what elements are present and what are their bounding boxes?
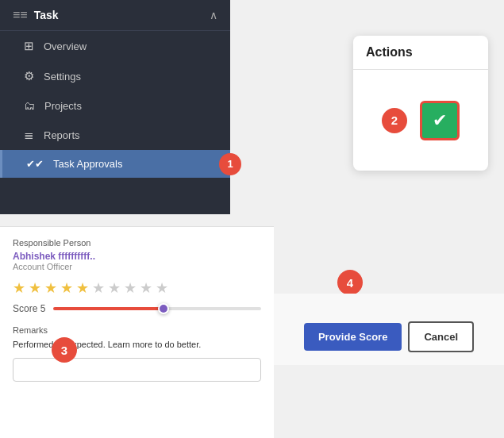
sidebar-item-label: Projects	[44, 100, 82, 112]
bottom-right-panel: Provide Score Cancel	[274, 294, 504, 365]
provide-score-button[interactable]: Provide Score	[304, 323, 402, 351]
lines-icon: ≡	[13, 8, 28, 22]
star-8[interactable]: ★	[124, 279, 137, 297]
star-9[interactable]: ★	[140, 279, 152, 297]
responsible-role: Account Officer	[13, 262, 261, 271]
actions-card: Actions 2 ✔	[353, 36, 488, 171]
actions-card-body: 2 ✔	[353, 70, 488, 171]
step-badge-3: 3	[52, 337, 77, 363]
responsible-label: Responsible Person	[13, 238, 261, 248]
sidebar-item-projects[interactable]: 🗂 Projects	[0, 91, 230, 120]
sidebar-task-label: ≡ Task	[13, 8, 59, 22]
sidebar-item-overview[interactable]: ⊞ Overview	[0, 31, 230, 61]
step-badge-1: 1	[219, 153, 241, 175]
sidebar-item-label: Reports	[44, 129, 80, 141]
step-badge-2: 2	[382, 108, 407, 133]
sidebar-item-reports[interactable]: ≣ Reports	[0, 120, 230, 150]
star-4[interactable]: ★	[60, 279, 73, 297]
stars-row: ★ ★ ★ ★ ★ ★ ★ ★ ★ ★	[13, 279, 261, 297]
responsible-name: Abhishek ffffffffff..	[13, 251, 261, 262]
star-5[interactable]: ★	[76, 279, 89, 297]
bottom-panel: Responsible Person Abhishek ffffffffff..…	[0, 226, 274, 438]
remarks-textarea[interactable]	[13, 358, 261, 382]
sidebar-item-settings[interactable]: ⚙ Settings	[0, 61, 230, 91]
action-buttons-row: Provide Score Cancel	[304, 321, 474, 352]
list-icon: ≣	[24, 128, 34, 142]
star-10[interactable]: ★	[156, 279, 168, 297]
score-row: Score 5	[13, 303, 261, 314]
score-label: Score 5	[13, 303, 45, 314]
cancel-button[interactable]: Cancel	[408, 321, 474, 352]
approve-action-button[interactable]: ✔	[420, 101, 460, 140]
sidebar-item-label: Task Approvals	[53, 158, 122, 170]
sidebar-task-text: Task	[34, 9, 59, 21]
remarks-text: Performed as expected. Learn more to do …	[13, 338, 261, 352]
slider-thumb	[158, 303, 169, 314]
step-badge-4: 4	[337, 270, 363, 295]
sidebar-item-label: Settings	[44, 71, 81, 83]
star-7[interactable]: ★	[108, 279, 121, 297]
star-3[interactable]: ★	[44, 279, 57, 297]
checkmark-icon: ✔	[433, 110, 447, 131]
remarks-label: Remarks	[13, 325, 261, 335]
grid-icon: ⊞	[24, 39, 34, 53]
sidebar-item-label: Overview	[44, 40, 87, 52]
star-2[interactable]: ★	[29, 279, 41, 297]
chevron-up-icon[interactable]	[210, 8, 217, 22]
gear-icon: ⚙	[24, 69, 34, 83]
sidebar-item-task-approvals[interactable]: ✔✔ Task Approvals 1	[0, 150, 230, 178]
briefcase-icon: 🗂	[24, 99, 35, 112]
sidebar-header: ≡ Task	[0, 0, 230, 31]
check-icon: ✔✔	[26, 158, 44, 170]
score-slider[interactable]	[53, 307, 261, 310]
sidebar-menu: ⊞ Overview ⚙ Settings 🗂 Projects ≣ Repor…	[0, 31, 230, 178]
actions-card-title: Actions	[353, 36, 488, 70]
star-1[interactable]: ★	[13, 279, 25, 297]
sidebar: ≡ Task ⊞ Overview ⚙ Settings 🗂 Projects …	[0, 0, 230, 214]
star-6[interactable]: ★	[92, 279, 105, 297]
